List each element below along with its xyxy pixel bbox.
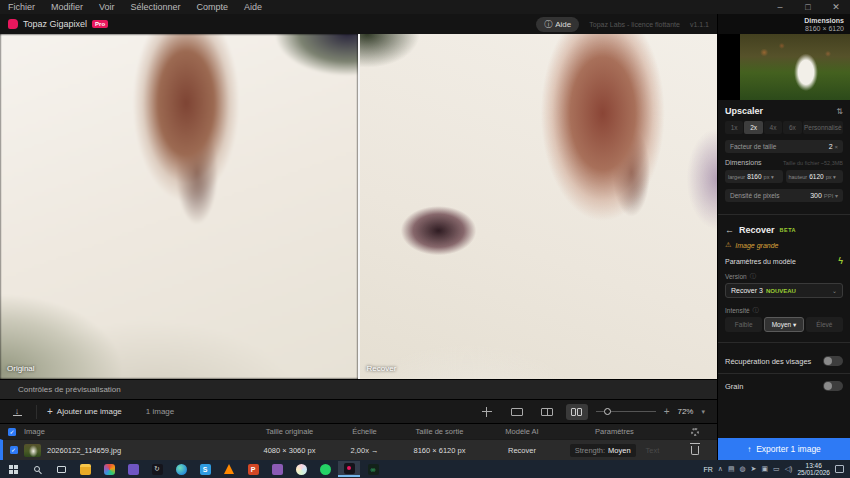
camo-app-button[interactable]: ∞ — [362, 461, 384, 477]
file-explorer-button[interactable] — [74, 461, 96, 477]
menu-selectionner[interactable]: Sélectionner — [123, 2, 189, 12]
preview-controls-strip[interactable]: Contrôles de prévisualisation — [0, 379, 717, 399]
width-field[interactable]: largeur 8160 px ▾ — [725, 170, 783, 183]
side-by-side-view-button[interactable] — [566, 404, 588, 420]
lightning-icon: ϟ — [838, 256, 843, 266]
task-view-icon — [57, 466, 66, 473]
notification-center-icon[interactable] — [835, 465, 844, 473]
dimensions-overlay: Dimensions 8160 × 6120 — [718, 14, 850, 34]
taskbar-clock[interactable]: 13:46 25/01/2026 — [797, 462, 830, 476]
zoom-slider-handle[interactable] — [604, 408, 611, 415]
gear-icon[interactable] — [691, 428, 699, 436]
col-scale[interactable]: Échelle — [337, 427, 392, 436]
single-view-button[interactable] — [506, 404, 528, 420]
select-all-checkbox[interactable]: ✓ — [8, 428, 16, 436]
recover-pane[interactable]: Recover — [360, 34, 718, 379]
intensity-moyen-button[interactable]: Moyen ▾ — [764, 317, 803, 332]
upscaler-expand-icon[interactable]: ⇅ — [836, 107, 843, 116]
vlc-button[interactable] — [218, 461, 240, 477]
row-checkbox[interactable]: ✓ — [10, 446, 18, 454]
chevron-down-icon: ⌄ — [832, 287, 837, 294]
help-button[interactable]: ⓘ Aide — [536, 17, 579, 32]
export-button[interactable]: ↑ Exporter 1 image — [718, 438, 850, 460]
side-by-side-icon — [571, 408, 582, 416]
col-output-size[interactable]: Taille de sortie — [392, 427, 487, 436]
face-recovery-toggle[interactable] — [823, 356, 843, 366]
navigator-thumbnail[interactable] — [718, 34, 850, 100]
store-app-button[interactable]: S — [194, 461, 216, 477]
zoom-in-button[interactable]: + — [664, 406, 670, 417]
photos-app-button[interactable] — [98, 461, 120, 477]
scale-2x-button[interactable]: 2x — [744, 121, 762, 134]
comparison-preview[interactable]: Original Recover — [0, 34, 717, 379]
strength-badge[interactable]: Strength: Moyen — [570, 444, 636, 457]
maximize-button[interactable]: □ — [794, 2, 822, 12]
height-field[interactable]: hauteur 6120 px ▾ — [786, 170, 844, 183]
col-image[interactable]: Image — [24, 427, 242, 436]
start-button[interactable] — [2, 461, 24, 477]
paint-app-button[interactable] — [290, 461, 312, 477]
large-image-warning: ⚠ Image grande — [718, 237, 850, 253]
menu-aide[interactable]: Aide — [236, 2, 270, 12]
powerpoint-button[interactable]: P — [242, 461, 264, 477]
menu-bar: Fichier Modifier Voir Sélectionner Compt… — [0, 0, 850, 14]
pixel-density-field[interactable]: Densité de pixels 300 PPI ▾ — [725, 189, 843, 202]
import-icon[interactable]: ↓ — [8, 408, 26, 416]
tray-icon-4[interactable]: ▣ — [761, 465, 768, 473]
model-version-dropdown[interactable]: Recover 3 NOUVEAU ⌄ — [725, 283, 843, 298]
warning-icon: ⚠ — [725, 241, 731, 249]
scale-factor-label: Facteur de taille — [730, 143, 776, 150]
recover-image — [360, 34, 718, 379]
tray-icon-1[interactable]: ▤ — [728, 465, 735, 473]
menu-fichier[interactable]: Fichier — [0, 2, 43, 12]
text-option-disabled: Text — [646, 446, 660, 455]
scale-1x-button[interactable]: 1x — [725, 121, 743, 134]
col-original-size[interactable]: Taille originale — [242, 427, 337, 436]
add-image-button[interactable]: + Ajouter une image — [47, 406, 122, 417]
network-icon[interactable]: ▭ — [773, 465, 780, 473]
paint-icon — [296, 464, 307, 475]
menu-modifier[interactable]: Modifier — [43, 2, 91, 12]
split-view-button[interactable] — [536, 404, 558, 420]
right-sidebar: Dimensions 8160 × 6120 Upscaler ⇅ 1x 2x … — [717, 14, 850, 460]
gigapixel-taskbar-button[interactable] — [338, 461, 360, 477]
col-ai-model[interactable]: Modèle AI — [487, 427, 557, 436]
back-arrow-icon[interactable]: ← — [725, 225, 734, 235]
intensity-faible-button[interactable]: Faible — [725, 317, 762, 332]
menu-voir[interactable]: Voir — [91, 2, 123, 12]
hidden-icons-chevron[interactable]: ∧ — [718, 465, 723, 473]
shield-app-button[interactable] — [122, 461, 144, 477]
purple-app-button[interactable] — [266, 461, 288, 477]
volume-icon[interactable]: ◁) — [785, 465, 793, 473]
table-row[interactable]: ✓ 20260122_114659.jpg 4080 × 3060 px 2,0… — [0, 439, 717, 460]
clock-app-button[interactable]: ↻ — [146, 461, 168, 477]
col-params[interactable]: Paramètres — [557, 427, 672, 436]
task-view-button[interactable] — [50, 461, 72, 477]
tray-icon-3[interactable]: ➤ — [751, 465, 757, 473]
scale-4x-button[interactable]: 4x — [764, 121, 782, 134]
menu-compte[interactable]: Compte — [189, 2, 237, 12]
upscaler-header[interactable]: Upscaler ⇅ — [718, 100, 850, 121]
intensity-eleve-button[interactable]: Élevé — [806, 317, 843, 332]
zoom-chevron-icon[interactable]: ▾ — [701, 408, 705, 416]
original-pane[interactable]: Original — [0, 34, 358, 379]
tray-icon-2[interactable]: ◍ — [740, 465, 746, 473]
whatsapp-button[interactable] — [314, 461, 336, 477]
scale-6x-button[interactable]: 6x — [783, 121, 801, 134]
scale-custom-button[interactable]: Personnalisé — [803, 121, 843, 134]
taskbar-search-button[interactable] — [26, 461, 48, 477]
pan-tool-button[interactable] — [476, 404, 498, 420]
grain-toggle[interactable] — [823, 381, 843, 391]
trash-icon[interactable] — [691, 446, 699, 455]
zoom-slider[interactable] — [596, 408, 656, 415]
zoom-level[interactable]: 72% — [677, 407, 693, 416]
navigator-image — [740, 34, 850, 100]
toolbar-separator — [36, 405, 37, 419]
edge-browser-button[interactable] — [170, 461, 192, 477]
close-button[interactable]: ✕ — [822, 2, 850, 12]
grain-row: Grain — [718, 374, 850, 398]
language-indicator[interactable]: FR — [703, 466, 712, 473]
density-label: Densité de pixels — [730, 192, 780, 199]
minimize-button[interactable]: – — [766, 2, 794, 12]
scale-factor-field[interactable]: Facteur de taille 2 × — [725, 140, 843, 153]
